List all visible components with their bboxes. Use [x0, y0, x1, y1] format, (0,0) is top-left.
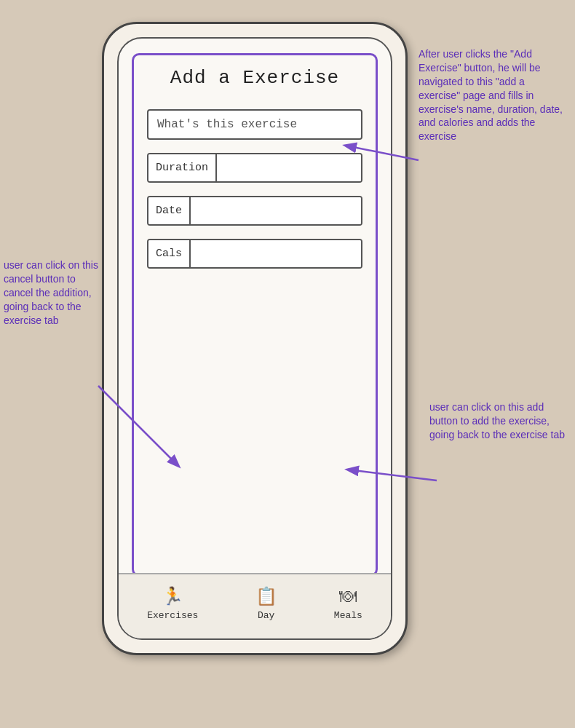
exercise-name-input[interactable]: [147, 109, 362, 140]
duration-label: Duration: [148, 154, 217, 181]
screen-content: Add a Exercise Duration Date Cals: [119, 39, 391, 638]
duration-input[interactable]: [217, 154, 361, 181]
date-input[interactable]: [191, 197, 361, 224]
day-icon: 📋: [255, 586, 277, 607]
nav-day[interactable]: 📋 Day: [255, 586, 277, 621]
cals-field: Cals: [147, 239, 362, 269]
phone-screen: Add a Exercise Duration Date Cals: [117, 37, 392, 640]
duration-field: Duration: [147, 153, 362, 183]
meals-icon: 🍽: [339, 586, 357, 607]
day-label: Day: [258, 610, 274, 621]
nav-meals[interactable]: 🍽 Meals: [334, 586, 362, 621]
date-label: Date: [148, 197, 191, 224]
nav-exercises[interactable]: 🏃 Exercises: [147, 586, 198, 621]
phone-mockup: Add a Exercise Duration Date Cals: [102, 22, 408, 655]
annotation-bottom-right: user can click on this add button to add…: [429, 400, 568, 442]
date-field: Date: [147, 196, 362, 226]
cals-label: Cals: [148, 240, 191, 267]
annotation-left: user can click on this cancel button to …: [4, 258, 98, 327]
form-card: Add a Exercise Duration Date Cals: [132, 53, 378, 577]
page-title: Add a Exercise: [147, 67, 362, 89]
exercises-icon: 🏃: [162, 586, 183, 607]
cals-input[interactable]: [191, 240, 361, 267]
exercises-label: Exercises: [147, 610, 198, 621]
annotation-right: After user clicks the "Add Exercise" but…: [419, 47, 568, 143]
bottom-nav: 🏃 Exercises 📋 Day 🍽 Meals: [119, 573, 391, 638]
meals-label: Meals: [334, 610, 362, 621]
